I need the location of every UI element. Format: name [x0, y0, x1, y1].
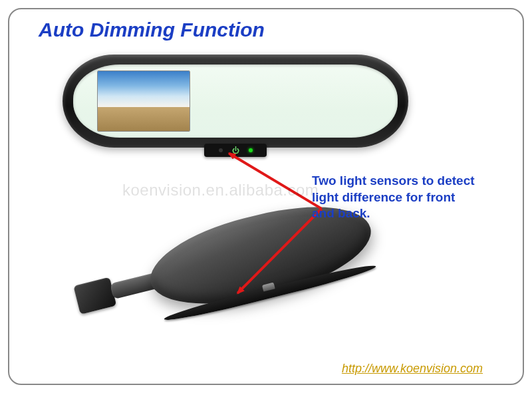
power-icon: ⏻ [232, 147, 239, 154]
embedded-display [97, 70, 190, 132]
page-title: Auto Dimming Function [39, 19, 265, 41]
content-frame: Auto Dimming Function ⏻ [8, 8, 524, 385]
mirror-back-rim [163, 261, 377, 325]
mount-clip [73, 277, 116, 315]
mirror-glass [73, 65, 398, 137]
mount-bracket [73, 265, 163, 316]
footer-link[interactable]: http://www.koenvision.com [342, 362, 483, 376]
watermark-text: koenvision.en.alibaba.com [122, 181, 319, 199]
mirror-front-view: ⏻ [63, 55, 408, 161]
front-sensor-dot [219, 148, 223, 152]
mirror-front-bezel: ⏻ [63, 55, 408, 148]
display-sky [98, 71, 190, 107]
display-ground [98, 107, 190, 131]
mirror-controls: ⏻ [204, 144, 267, 157]
sensor-annotation: Two light sensors to detect light differ… [312, 173, 478, 222]
status-led [249, 148, 253, 152]
